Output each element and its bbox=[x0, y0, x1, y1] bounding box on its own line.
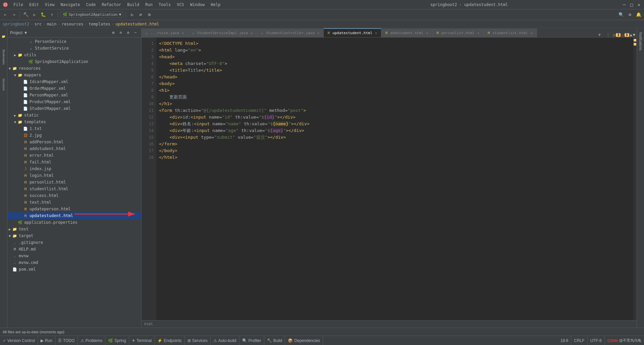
settings-cog[interactable]: ⚙ bbox=[145, 11, 153, 19]
tree-item-addperson[interactable]: H addPerson.html bbox=[7, 139, 141, 145]
notifications-button[interactable]: 🔔 bbox=[635, 11, 643, 19]
tab-close-btn[interactable]: ✕ bbox=[529, 30, 534, 35]
notifications-panel-icon[interactable]: Notifications bbox=[638, 29, 643, 53]
problems-tab[interactable]: ⚠ Problems bbox=[78, 336, 106, 345]
tree-item-mappers[interactable]: ▼ 📁 mappers bbox=[7, 72, 141, 78]
sync-button[interactable]: ⇄ bbox=[137, 11, 145, 19]
tree-item-productmapper[interactable]: 📄 ProductMapper.xml bbox=[7, 98, 141, 105]
tree-item-studentservice[interactable]: ☕ StudentService bbox=[7, 45, 141, 52]
tree-item-appproperties[interactable]: 🌿 application.properties bbox=[7, 219, 141, 226]
panel-minimize[interactable]: ─ bbox=[132, 30, 139, 36]
menu-run[interactable]: Run bbox=[143, 2, 155, 8]
menu-navigate[interactable]: Navigate bbox=[58, 2, 83, 8]
sidebar-bookmarks-icon[interactable]: Bookmarks bbox=[0, 50, 7, 64]
breadcrumb-src[interactable]: src bbox=[35, 22, 42, 26]
tab-updatestudent[interactable]: H updatestudent.html ✕ bbox=[324, 28, 381, 37]
editor-scrollbar[interactable] bbox=[633, 38, 637, 320]
tab-studentserviceimpl[interactable]: ☕ StudentServiceImpl.java ✕ bbox=[188, 28, 257, 37]
tree-item-personlist[interactable]: H personlist.html bbox=[7, 179, 141, 186]
line-ending-indicator[interactable]: CRLF bbox=[571, 336, 587, 345]
tree-item-updateperson[interactable]: H updateperson.html bbox=[7, 206, 141, 212]
tab-close-btn[interactable]: ✕ bbox=[374, 31, 378, 36]
breadcrumb-templates[interactable]: templates bbox=[89, 22, 110, 26]
profiler-tab[interactable]: 🔍 Profiler bbox=[239, 336, 264, 345]
tree-item-1txt[interactable]: 📄 1.txt bbox=[7, 125, 141, 132]
tree-item-updatestudent[interactable]: H updatestudent.html bbox=[7, 212, 141, 219]
tree-item-personmapper[interactable]: 📄 PersonMapper.xml bbox=[7, 92, 141, 98]
tree-item-2jpg[interactable]: 🖼 2.jpg bbox=[7, 132, 141, 139]
tree-item-error[interactable]: H error.html bbox=[7, 152, 141, 159]
refresh-button[interactable]: ↻ bbox=[128, 11, 136, 19]
menu-tools[interactable]: Tools bbox=[156, 2, 173, 8]
tree-item-studentlist[interactable]: H studentlist.html bbox=[7, 186, 141, 192]
menu-edit[interactable]: Edit bbox=[26, 2, 42, 8]
panel-settings[interactable]: ⚙ bbox=[125, 30, 131, 36]
encoding-indicator[interactable]: UTF-8 bbox=[588, 336, 605, 345]
tab-close-btn[interactable]: ✕ bbox=[316, 30, 321, 35]
close-button[interactable]: ✕ bbox=[637, 2, 641, 7]
terminal-tab[interactable]: ✈ Terminal bbox=[129, 336, 155, 345]
tree-item-ordermapper[interactable]: 📄 OrderMapper.xml bbox=[7, 85, 141, 92]
tree-item-test-folder[interactable]: ▶ 📁 test bbox=[7, 226, 141, 232]
tree-item-addstudent[interactable]: H addstudent.html bbox=[7, 145, 141, 152]
tree-item-pomxml[interactable]: 📄 pom.xml bbox=[7, 266, 141, 273]
code-editor[interactable]: <!DOCTYPE html> <html lang="en"> <head> … bbox=[156, 38, 633, 320]
tree-item-mvnwcmd[interactable]: . mvnw.cmd bbox=[7, 259, 141, 266]
tree-item-personservice[interactable]: ☕ PersonService bbox=[7, 38, 141, 45]
breadcrumb-springboot2[interactable]: springboot2 bbox=[3, 22, 29, 26]
forward-button[interactable]: → bbox=[10, 11, 18, 19]
back-button[interactable]: ← bbox=[1, 11, 9, 19]
expand-icon[interactable]: ▲ bbox=[630, 32, 632, 37]
spring-tab[interactable]: 🌿 Spring bbox=[105, 336, 129, 345]
line-col-indicator[interactable]: 18:8 bbox=[558, 336, 571, 345]
tree-item-success[interactable]: H success.html bbox=[7, 192, 141, 199]
menu-view[interactable]: View bbox=[42, 2, 57, 8]
menu-help[interactable]: Help bbox=[208, 2, 223, 8]
menu-code[interactable]: Code bbox=[84, 2, 99, 8]
tab-close-btn[interactable]: ✕ bbox=[249, 30, 254, 35]
tree-item-test[interactable]: H test.html bbox=[7, 199, 141, 206]
tab-close-btn[interactable]: ✕ bbox=[476, 30, 481, 35]
breadcrumb-main[interactable]: main bbox=[47, 22, 57, 26]
build-tab[interactable]: 🔨 Build bbox=[264, 336, 285, 345]
sidebar-project-icon[interactable]: 📁 bbox=[0, 29, 7, 43]
tree-item-fail[interactable]: H fail.html bbox=[7, 159, 141, 165]
tab-close-btn[interactable]: ✕ bbox=[425, 30, 430, 35]
services-tab[interactable]: ⊞ Services bbox=[185, 336, 211, 345]
run-tab[interactable]: ▶ Run bbox=[38, 336, 55, 345]
tab-close-service[interactable]: ✕ bbox=[180, 30, 185, 35]
tree-item-login[interactable]: H login.html bbox=[7, 172, 141, 179]
dependencies-tab[interactable]: 📦 Dependencies bbox=[285, 336, 323, 345]
collapse-icon[interactable]: ▼ bbox=[633, 32, 635, 37]
panel-hide-dirs[interactable]: ⊞ bbox=[110, 30, 116, 36]
tab-personlist[interactable]: H personlist.html ✕ bbox=[433, 28, 484, 37]
debug-button[interactable]: 🐛 bbox=[39, 11, 47, 19]
tree-item-resources[interactable]: ▼ 📁 resources bbox=[7, 65, 141, 72]
tree-item-studentmapper[interactable]: 📄 StudentMapper.xml bbox=[7, 105, 141, 112]
tree-item-gitignore[interactable]: . .gitignore bbox=[7, 239, 141, 246]
panel-collapse[interactable]: ≡ bbox=[118, 30, 124, 36]
run-button[interactable]: ▶ bbox=[31, 11, 39, 19]
tree-item-target[interactable]: ▼ 📁 target bbox=[7, 232, 141, 239]
tab-addstudent[interactable]: H addstudent.html ✕ bbox=[381, 28, 432, 37]
run-config-selector[interactable]: 🌿 Springboot2Application ▼ bbox=[60, 11, 123, 18]
version-control-tab[interactable]: ✓ Version Control bbox=[0, 336, 38, 345]
tabs-more[interactable]: ⋮ bbox=[605, 32, 611, 37]
search-everywhere-button[interactable]: 🔍 bbox=[617, 11, 625, 19]
tab-studentcontroller[interactable]: ☕ StudentController.java ✕ bbox=[257, 28, 324, 37]
tab-studentlist[interactable]: H studentlist.html ✕ bbox=[484, 28, 537, 37]
menu-build[interactable]: Build bbox=[124, 2, 142, 8]
tree-item-idcardmapper[interactable]: 📄 IdcardMapper.xml bbox=[7, 78, 141, 85]
tabs-overflow[interactable]: ▼ bbox=[596, 32, 603, 37]
maximize-button[interactable]: □ bbox=[629, 2, 634, 7]
menu-window[interactable]: Window bbox=[187, 2, 207, 8]
tab-service[interactable]: ☕ ...rvice.java ✕ bbox=[142, 28, 188, 37]
sidebar-structure-icon[interactable]: Structure bbox=[0, 78, 7, 91]
build-button[interactable]: 🔨 bbox=[22, 11, 30, 19]
tree-item-utils[interactable]: ▶ 📁 utils bbox=[7, 52, 141, 58]
settings-button[interactable]: ⚙ bbox=[626, 11, 634, 19]
breadcrumb-resources[interactable]: resources bbox=[62, 22, 84, 26]
endpoints-tab[interactable]: ⚡ Endpoints bbox=[155, 336, 184, 345]
tree-item-springapp[interactable]: 🌿 Springboot2Application bbox=[7, 58, 141, 65]
menu-refactor[interactable]: Refactor bbox=[99, 2, 124, 8]
